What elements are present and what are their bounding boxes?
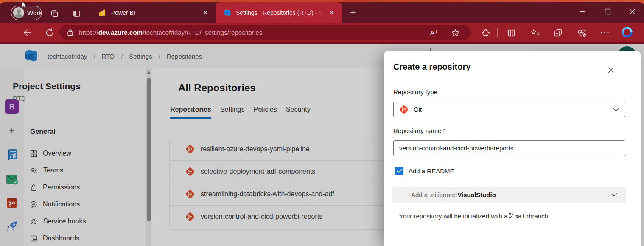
- workspaces-button[interactable]: [48, 7, 61, 20]
- read-aloud-button[interactable]: A: [428, 26, 440, 39]
- plus-icon: +: [350, 7, 356, 19]
- settings-menu-button[interactable]: ···: [599, 26, 612, 39]
- workspaces-icon: [50, 9, 59, 18]
- refresh-button[interactable]: [43, 26, 56, 39]
- read-aloud-icon: A: [429, 28, 439, 37]
- extensions-puzzle-icon: [482, 28, 490, 37]
- favorite-star-icon: [451, 28, 460, 37]
- close-window-button[interactable]: [622, 3, 642, 20]
- init-text-before: Your repository will be initialized with…: [399, 212, 507, 220]
- lock-icon: [67, 29, 73, 36]
- dialog-close-button[interactable]: [605, 64, 617, 76]
- split-screen-icon: [507, 28, 516, 37]
- ellipsis-icon: ···: [601, 28, 610, 37]
- tab-power-bi[interactable]: Power BI ✕: [91, 2, 215, 23]
- tab-separator: [89, 7, 89, 19]
- repository-name-label: Repository name *: [393, 127, 445, 134]
- repository-name-input[interactable]: [394, 141, 625, 156]
- toolbar-separator: [497, 28, 498, 37]
- tab-title: Settings · Repositories (RTD) - Se: [236, 9, 323, 16]
- minimize-button[interactable]: [573, 3, 592, 20]
- init-branch-note: Your repository will be initialized with…: [399, 212, 550, 220]
- powerbi-favicon: [98, 9, 106, 17]
- heart-pulse-icon: [577, 28, 587, 37]
- page-right-edge: [641, 44, 644, 246]
- repository-type-value: Git: [414, 106, 422, 113]
- gitignore-value: VisualStudio: [457, 191, 496, 198]
- profile-label: Work: [27, 9, 42, 17]
- browser-profile-button[interactable]: Work: [11, 6, 42, 20]
- init-text-after: branch.: [529, 212, 550, 220]
- git-icon: [399, 105, 408, 114]
- back-icon: [22, 28, 33, 38]
- tab-actions-button[interactable]: [70, 7, 83, 20]
- favorites-bar-button[interactable]: [529, 26, 541, 39]
- favorite-this-page-button[interactable]: [449, 26, 462, 39]
- collections-icon: [554, 28, 563, 37]
- vertical-tabs-icon: [72, 9, 81, 18]
- extensions-button[interactable]: [479, 26, 492, 39]
- branch-icon: [508, 212, 514, 219]
- copilot-icon: [621, 26, 633, 39]
- browser-essentials-button[interactable]: [575, 26, 588, 39]
- refresh-icon: [45, 28, 54, 37]
- gitignore-dropdown[interactable]: Add a .gitignore: VisualStudio: [392, 187, 626, 203]
- address-bar[interactable]: https://dev.azure.com/techtacofriday/RTD…: [59, 25, 471, 40]
- devops-favicon: [223, 9, 231, 17]
- tab-settings-repositories[interactable]: Settings · Repositories (RTD) - Se ✕: [216, 2, 342, 23]
- gitignore-prefix: Add a .gitignore:: [411, 191, 457, 198]
- split-screen-button[interactable]: [505, 26, 518, 39]
- favorites-list-icon: [530, 28, 540, 37]
- chevron-down-icon: [613, 108, 619, 112]
- branch-name: main: [514, 213, 529, 220]
- add-readme-checkbox[interactable]: [395, 167, 403, 175]
- add-readme-label: Add a README: [409, 167, 454, 175]
- new-tab-button[interactable]: +: [347, 7, 359, 19]
- url-text: https://dev.azure.com/techtacofriday/RTD…: [79, 29, 263, 36]
- collections-button[interactable]: [552, 26, 564, 39]
- copilot-button[interactable]: [619, 25, 635, 40]
- close-tab-icon[interactable]: ✕: [327, 8, 337, 18]
- minimize-icon: [580, 8, 586, 15]
- tab-title: Power BI: [111, 9, 196, 16]
- close-icon: [608, 67, 614, 74]
- back-button[interactable]: [21, 26, 34, 39]
- dialog-title: Create a repository: [393, 62, 470, 72]
- maximize-button[interactable]: [598, 3, 617, 20]
- check-icon: [397, 169, 402, 173]
- repository-type-dropdown[interactable]: Git: [393, 102, 625, 117]
- chevron-down-icon: [611, 193, 617, 197]
- svg-text:A: A: [430, 29, 434, 36]
- close-icon: [629, 8, 636, 15]
- repository-type-label: Repository type: [393, 88, 437, 96]
- url-scheme: https://: [79, 29, 98, 36]
- profile-avatar-icon: [13, 7, 24, 18]
- repository-name-field-box: [393, 140, 625, 156]
- browser-window: Work Power BI ✕ Settings · Repositories …: [0, 0, 644, 246]
- maximize-icon: [605, 8, 611, 15]
- create-repository-dialog: Create a repository Repository type Git …: [384, 51, 641, 246]
- url-path: /techtacofriday/RTD/_settings/repositori…: [143, 29, 262, 36]
- url-domain: dev.azure.com: [98, 29, 143, 36]
- close-tab-icon[interactable]: ✕: [200, 8, 210, 18]
